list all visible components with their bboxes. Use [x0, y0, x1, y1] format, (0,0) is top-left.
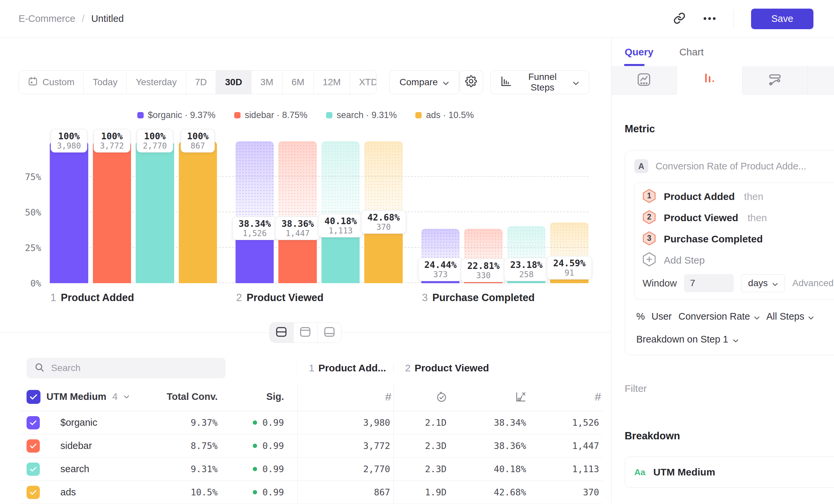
- range-option-3m[interactable]: 3M: [251, 71, 283, 94]
- share-link-button[interactable]: [673, 12, 686, 25]
- row-checkbox[interactable]: [26, 439, 40, 453]
- funnel-steps-icon: [501, 76, 512, 89]
- bar-organic-step2[interactable]: 38.34%1,526: [236, 141, 274, 283]
- measure-metric-dropdown[interactable]: Conversion Rate: [678, 311, 760, 322]
- metric-count-icon[interactable]: #: [529, 383, 602, 411]
- panel-body: Metric A Conversion Rate of Product Adde…: [611, 123, 834, 488]
- bar-count: 3,772: [100, 142, 124, 151]
- advanced-label: Advanced: [792, 278, 834, 289]
- bar-ads-step3[interactable]: 24.59%91: [550, 141, 589, 283]
- table-row-organic[interactable]: $organic9.37%0.993,9802.1D38.34%1,526: [19, 411, 602, 434]
- layout-option-table-only[interactable]: [317, 323, 342, 343]
- bar-search-step1[interactable]: 100%2,770: [136, 141, 174, 283]
- bar-search-step2[interactable]: 40.18%1,113: [322, 141, 360, 283]
- range-option-7d[interactable]: 7D: [186, 71, 216, 94]
- query-step-2[interactable]: 2Product Viewedthen: [635, 207, 834, 228]
- legend-item-sidebar[interactable]: sidebar · 8.75%: [234, 110, 308, 120]
- col-sig[interactable]: Sig.: [218, 383, 284, 411]
- metric-cell: 2.3D: [393, 458, 450, 480]
- metric-cell: 1,447: [529, 434, 602, 457]
- measure-scope-dropdown[interactable]: All Steps: [766, 311, 814, 322]
- step-hexagon-badge: 1: [642, 189, 656, 205]
- metric-conversion-icon[interactable]: [450, 383, 529, 411]
- y-axis-tick: 50%: [9, 207, 41, 217]
- row-name: ads: [55, 481, 155, 504]
- range-option-today[interactable]: Today: [84, 71, 127, 94]
- bar-ads-step2[interactable]: 42.68%370: [364, 141, 403, 283]
- select-all-checkbox[interactable]: [26, 390, 41, 404]
- ghost-bar: [236, 141, 274, 229]
- property-type-badge: Aa: [634, 467, 645, 478]
- search-input[interactable]: [51, 363, 204, 373]
- bar-count: 2,770: [143, 142, 167, 151]
- layout-option-split-view[interactable]: [270, 323, 293, 343]
- breakdown-on-step-dropdown[interactable]: Breakdown on Step 1: [634, 334, 834, 345]
- query-step-1[interactable]: 1Product Addedthen: [635, 186, 834, 207]
- window-value-input[interactable]: [684, 274, 734, 292]
- window-unit-dropdown[interactable]: days: [741, 274, 785, 292]
- legend-text: $organic · 9.37%: [148, 110, 216, 120]
- breakdown-item[interactable]: Aa UTM Medium: [625, 457, 834, 488]
- col-total-conv[interactable]: Total Conv.: [155, 383, 218, 411]
- group-column-label[interactable]: UTM Medium: [46, 391, 106, 402]
- metric-count-icon[interactable]: #: [297, 383, 393, 411]
- range-option-custom[interactable]: Custom: [19, 71, 84, 94]
- funnel-steps-card: 1Product Addedthen2Product Viewedthen3Pu…: [634, 182, 834, 300]
- add-step-button[interactable]: Add Step: [635, 250, 834, 271]
- chevron-down-icon[interactable]: [124, 394, 129, 400]
- metric-avg-time-icon[interactable]: [393, 383, 450, 411]
- table-row-ads[interactable]: ads10.5%0.998671.9D42.68%370: [19, 481, 602, 504]
- metric-header[interactable]: A Conversion Rate of Product Adde...: [634, 159, 834, 173]
- range-option-xtd[interactable]: XTD: [350, 71, 376, 94]
- save-button[interactable]: Save: [751, 8, 813, 29]
- bar-sidebar-step2[interactable]: 38.36%1,447: [278, 141, 317, 283]
- bar-pct: 24.44%: [424, 260, 457, 270]
- bar-ads-step1[interactable]: 100%867: [179, 141, 217, 283]
- step-name: Purchase Completed: [432, 292, 534, 303]
- layout-option-chart-only[interactable]: [293, 323, 317, 343]
- bar-organic-step1[interactable]: 100%3,980: [50, 141, 88, 283]
- breadcrumb-current[interactable]: Untitled: [91, 13, 124, 24]
- more-menu-button[interactable]: [703, 16, 716, 21]
- range-option-6m[interactable]: 6M: [283, 71, 314, 94]
- range-option-yesterday[interactable]: Yesterday: [127, 71, 186, 94]
- sig-value: 0.99: [262, 487, 284, 497]
- range-option-12m[interactable]: 12M: [314, 71, 350, 94]
- sig-cell: 0.99: [218, 458, 284, 480]
- date-range-segmented-control: CustomTodayYesterday7D30D3M6M12MXTD: [19, 70, 376, 94]
- measure-entity: User: [652, 311, 672, 322]
- query-step-3[interactable]: 3Purchase Completed: [635, 228, 834, 250]
- table-row-search[interactable]: search9.31%0.992,7702.3D40.18%1,113: [19, 458, 602, 481]
- breadcrumb-parent[interactable]: E-Commerce: [19, 13, 75, 24]
- chart-settings-button[interactable]: [459, 70, 483, 94]
- row-checkbox[interactable]: [26, 416, 40, 429]
- bar-organic-step3[interactable]: 24.44%373: [421, 141, 460, 283]
- row-checkbox[interactable]: [26, 462, 40, 476]
- table-search[interactable]: [26, 358, 225, 378]
- bar-pct: 42.68%: [367, 212, 400, 223]
- bar-sidebar-step1[interactable]: 100%3,772: [93, 141, 131, 283]
- legend-item-organic[interactable]: $organic · 9.37%: [137, 110, 216, 120]
- bar-search-step3[interactable]: 23.18%258: [507, 141, 546, 283]
- range-option-30d[interactable]: 30D: [216, 71, 251, 94]
- breakdown-property-name: UTM Medium: [653, 466, 715, 478]
- compare-button[interactable]: Compare: [389, 70, 459, 94]
- measure-entity-dropdown[interactable]: User: [652, 311, 672, 322]
- legend-swatch: [326, 112, 332, 118]
- legend-item-search[interactable]: search · 9.31%: [326, 110, 397, 120]
- table-row-sidebar[interactable]: sidebar8.75%0.993,7722.3D38.36%1,447: [19, 434, 602, 458]
- tab-chart[interactable]: Chart: [679, 38, 704, 66]
- advanced-toggle[interactable]: Advanced: [792, 278, 834, 289]
- bar-value-label: 38.36%1,447: [275, 216, 320, 240]
- chart-type-line-chart[interactable]: [611, 66, 677, 94]
- row-checkbox[interactable]: [26, 486, 40, 499]
- chart-type-flow[interactable]: [742, 66, 808, 94]
- window-label: Window: [642, 278, 677, 289]
- bar-sidebar-step3[interactable]: 22.81%330: [464, 141, 503, 283]
- metric-cell: 3,980: [297, 411, 393, 434]
- chart-view-dropdown[interactable]: Funnel Steps: [490, 70, 589, 94]
- legend-item-ads[interactable]: ads · 10.5%: [415, 110, 474, 120]
- chart-type-retention-grid[interactable]: [808, 66, 834, 94]
- chart-type-funnel[interactable]: [677, 66, 742, 94]
- tab-query[interactable]: Query: [625, 38, 654, 66]
